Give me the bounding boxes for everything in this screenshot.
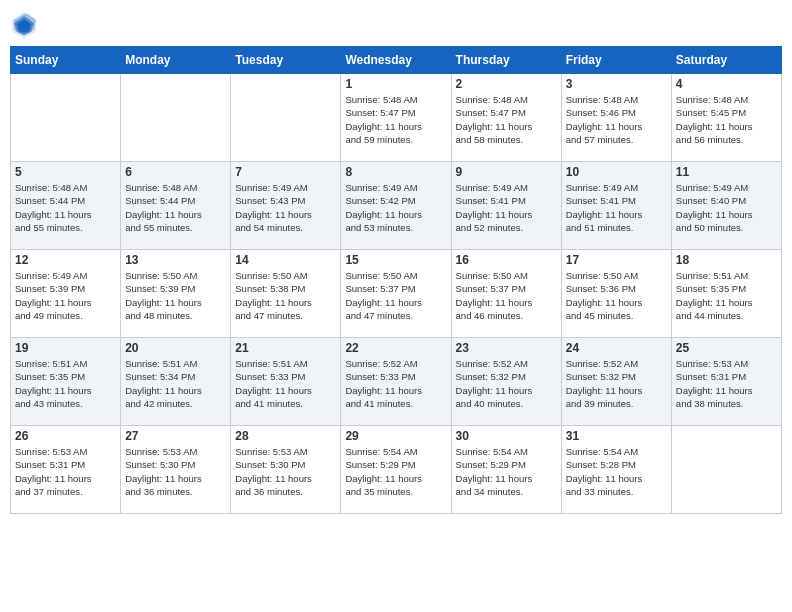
day-info: Sunrise: 5:50 AM Sunset: 5:37 PM Dayligh… xyxy=(456,269,557,322)
day-info: Sunrise: 5:48 AM Sunset: 5:44 PM Dayligh… xyxy=(15,181,116,234)
day-number: 19 xyxy=(15,341,116,355)
day-info: Sunrise: 5:50 AM Sunset: 5:36 PM Dayligh… xyxy=(566,269,667,322)
calendar-cell: 3Sunrise: 5:48 AM Sunset: 5:46 PM Daylig… xyxy=(561,74,671,162)
calendar-header-row: SundayMondayTuesdayWednesdayThursdayFrid… xyxy=(11,47,782,74)
day-info: Sunrise: 5:49 AM Sunset: 5:39 PM Dayligh… xyxy=(15,269,116,322)
day-info: Sunrise: 5:49 AM Sunset: 5:41 PM Dayligh… xyxy=(566,181,667,234)
day-number: 11 xyxy=(676,165,777,179)
logo-icon xyxy=(10,10,38,38)
day-info: Sunrise: 5:54 AM Sunset: 5:29 PM Dayligh… xyxy=(345,445,446,498)
calendar-cell xyxy=(671,426,781,514)
calendar-cell: 30Sunrise: 5:54 AM Sunset: 5:29 PM Dayli… xyxy=(451,426,561,514)
calendar-cell: 25Sunrise: 5:53 AM Sunset: 5:31 PM Dayli… xyxy=(671,338,781,426)
day-number: 8 xyxy=(345,165,446,179)
calendar-week-row: 19Sunrise: 5:51 AM Sunset: 5:35 PM Dayli… xyxy=(11,338,782,426)
calendar-cell: 8Sunrise: 5:49 AM Sunset: 5:42 PM Daylig… xyxy=(341,162,451,250)
page-header xyxy=(10,10,782,38)
calendar-cell: 11Sunrise: 5:49 AM Sunset: 5:40 PM Dayli… xyxy=(671,162,781,250)
day-number: 9 xyxy=(456,165,557,179)
calendar-cell: 10Sunrise: 5:49 AM Sunset: 5:41 PM Dayli… xyxy=(561,162,671,250)
calendar-cell: 26Sunrise: 5:53 AM Sunset: 5:31 PM Dayli… xyxy=(11,426,121,514)
day-number: 13 xyxy=(125,253,226,267)
calendar-cell: 6Sunrise: 5:48 AM Sunset: 5:44 PM Daylig… xyxy=(121,162,231,250)
day-number: 5 xyxy=(15,165,116,179)
calendar-cell: 19Sunrise: 5:51 AM Sunset: 5:35 PM Dayli… xyxy=(11,338,121,426)
day-info: Sunrise: 5:49 AM Sunset: 5:42 PM Dayligh… xyxy=(345,181,446,234)
day-number: 4 xyxy=(676,77,777,91)
day-info: Sunrise: 5:52 AM Sunset: 5:32 PM Dayligh… xyxy=(456,357,557,410)
calendar-cell: 24Sunrise: 5:52 AM Sunset: 5:32 PM Dayli… xyxy=(561,338,671,426)
day-number: 3 xyxy=(566,77,667,91)
day-number: 18 xyxy=(676,253,777,267)
calendar-cell xyxy=(231,74,341,162)
calendar-cell: 17Sunrise: 5:50 AM Sunset: 5:36 PM Dayli… xyxy=(561,250,671,338)
day-of-week-header: Monday xyxy=(121,47,231,74)
day-of-week-header: Thursday xyxy=(451,47,561,74)
day-number: 15 xyxy=(345,253,446,267)
day-number: 20 xyxy=(125,341,226,355)
day-info: Sunrise: 5:54 AM Sunset: 5:29 PM Dayligh… xyxy=(456,445,557,498)
day-of-week-header: Wednesday xyxy=(341,47,451,74)
calendar-cell: 2Sunrise: 5:48 AM Sunset: 5:47 PM Daylig… xyxy=(451,74,561,162)
day-info: Sunrise: 5:48 AM Sunset: 5:45 PM Dayligh… xyxy=(676,93,777,146)
day-number: 30 xyxy=(456,429,557,443)
day-number: 28 xyxy=(235,429,336,443)
calendar-week-row: 26Sunrise: 5:53 AM Sunset: 5:31 PM Dayli… xyxy=(11,426,782,514)
calendar-cell: 1Sunrise: 5:48 AM Sunset: 5:47 PM Daylig… xyxy=(341,74,451,162)
day-info: Sunrise: 5:48 AM Sunset: 5:47 PM Dayligh… xyxy=(345,93,446,146)
day-number: 22 xyxy=(345,341,446,355)
day-info: Sunrise: 5:50 AM Sunset: 5:39 PM Dayligh… xyxy=(125,269,226,322)
calendar-cell: 27Sunrise: 5:53 AM Sunset: 5:30 PM Dayli… xyxy=(121,426,231,514)
calendar-cell: 23Sunrise: 5:52 AM Sunset: 5:32 PM Dayli… xyxy=(451,338,561,426)
calendar-cell: 7Sunrise: 5:49 AM Sunset: 5:43 PM Daylig… xyxy=(231,162,341,250)
day-number: 6 xyxy=(125,165,226,179)
calendar-cell: 4Sunrise: 5:48 AM Sunset: 5:45 PM Daylig… xyxy=(671,74,781,162)
calendar-cell: 13Sunrise: 5:50 AM Sunset: 5:39 PM Dayli… xyxy=(121,250,231,338)
calendar-cell xyxy=(121,74,231,162)
day-info: Sunrise: 5:51 AM Sunset: 5:35 PM Dayligh… xyxy=(676,269,777,322)
calendar-cell: 18Sunrise: 5:51 AM Sunset: 5:35 PM Dayli… xyxy=(671,250,781,338)
day-number: 26 xyxy=(15,429,116,443)
day-number: 29 xyxy=(345,429,446,443)
day-info: Sunrise: 5:48 AM Sunset: 5:47 PM Dayligh… xyxy=(456,93,557,146)
day-of-week-header: Friday xyxy=(561,47,671,74)
day-info: Sunrise: 5:52 AM Sunset: 5:33 PM Dayligh… xyxy=(345,357,446,410)
day-info: Sunrise: 5:53 AM Sunset: 5:31 PM Dayligh… xyxy=(676,357,777,410)
calendar-cell: 12Sunrise: 5:49 AM Sunset: 5:39 PM Dayli… xyxy=(11,250,121,338)
day-number: 25 xyxy=(676,341,777,355)
calendar-cell: 28Sunrise: 5:53 AM Sunset: 5:30 PM Dayli… xyxy=(231,426,341,514)
calendar-cell: 16Sunrise: 5:50 AM Sunset: 5:37 PM Dayli… xyxy=(451,250,561,338)
day-number: 14 xyxy=(235,253,336,267)
day-info: Sunrise: 5:52 AM Sunset: 5:32 PM Dayligh… xyxy=(566,357,667,410)
calendar-week-row: 5Sunrise: 5:48 AM Sunset: 5:44 PM Daylig… xyxy=(11,162,782,250)
day-info: Sunrise: 5:48 AM Sunset: 5:46 PM Dayligh… xyxy=(566,93,667,146)
logo xyxy=(10,10,40,38)
day-of-week-header: Sunday xyxy=(11,47,121,74)
day-number: 7 xyxy=(235,165,336,179)
day-info: Sunrise: 5:54 AM Sunset: 5:28 PM Dayligh… xyxy=(566,445,667,498)
day-info: Sunrise: 5:49 AM Sunset: 5:41 PM Dayligh… xyxy=(456,181,557,234)
day-number: 17 xyxy=(566,253,667,267)
calendar-cell: 15Sunrise: 5:50 AM Sunset: 5:37 PM Dayli… xyxy=(341,250,451,338)
day-info: Sunrise: 5:50 AM Sunset: 5:38 PM Dayligh… xyxy=(235,269,336,322)
day-number: 23 xyxy=(456,341,557,355)
day-info: Sunrise: 5:48 AM Sunset: 5:44 PM Dayligh… xyxy=(125,181,226,234)
day-number: 1 xyxy=(345,77,446,91)
day-info: Sunrise: 5:51 AM Sunset: 5:33 PM Dayligh… xyxy=(235,357,336,410)
day-info: Sunrise: 5:49 AM Sunset: 5:43 PM Dayligh… xyxy=(235,181,336,234)
calendar-week-row: 12Sunrise: 5:49 AM Sunset: 5:39 PM Dayli… xyxy=(11,250,782,338)
day-info: Sunrise: 5:51 AM Sunset: 5:34 PM Dayligh… xyxy=(125,357,226,410)
calendar-cell: 22Sunrise: 5:52 AM Sunset: 5:33 PM Dayli… xyxy=(341,338,451,426)
calendar-cell: 21Sunrise: 5:51 AM Sunset: 5:33 PM Dayli… xyxy=(231,338,341,426)
calendar-cell: 14Sunrise: 5:50 AM Sunset: 5:38 PM Dayli… xyxy=(231,250,341,338)
day-info: Sunrise: 5:49 AM Sunset: 5:40 PM Dayligh… xyxy=(676,181,777,234)
day-number: 21 xyxy=(235,341,336,355)
day-of-week-header: Saturday xyxy=(671,47,781,74)
day-number: 31 xyxy=(566,429,667,443)
calendar-cell: 9Sunrise: 5:49 AM Sunset: 5:41 PM Daylig… xyxy=(451,162,561,250)
day-info: Sunrise: 5:53 AM Sunset: 5:31 PM Dayligh… xyxy=(15,445,116,498)
calendar-table: SundayMondayTuesdayWednesdayThursdayFrid… xyxy=(10,46,782,514)
calendar-cell: 20Sunrise: 5:51 AM Sunset: 5:34 PM Dayli… xyxy=(121,338,231,426)
day-info: Sunrise: 5:51 AM Sunset: 5:35 PM Dayligh… xyxy=(15,357,116,410)
day-number: 2 xyxy=(456,77,557,91)
